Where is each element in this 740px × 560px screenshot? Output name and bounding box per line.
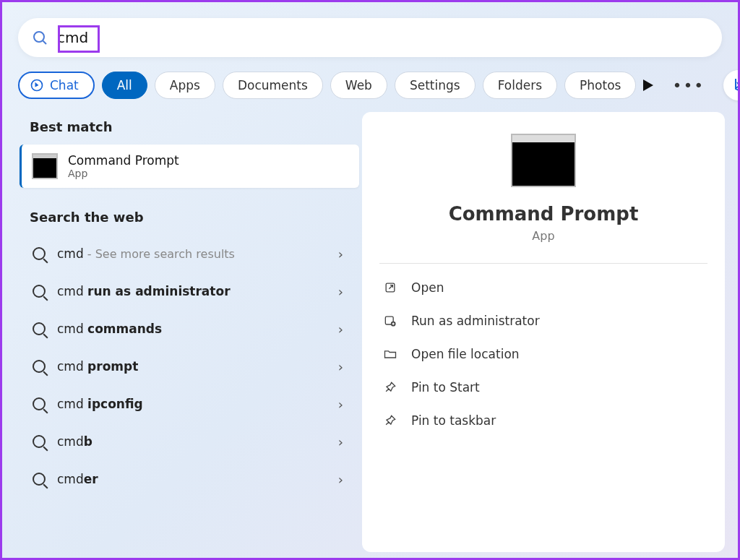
best-match-subtitle: App: [68, 168, 179, 179]
action-pin-to-start[interactable]: Pin to Start: [379, 371, 707, 404]
search-web-heading: Search the web: [20, 202, 359, 235]
best-match-item[interactable]: Command Prompt App: [20, 145, 359, 188]
web-result-item[interactable]: cmd ipconfig›: [20, 385, 359, 423]
action-list: OpenRun as administratorOpen file locati…: [379, 271, 707, 437]
action-label: Open file location: [411, 347, 520, 361]
folder-icon: [382, 346, 398, 362]
web-result-text: cmd ipconfig: [57, 397, 143, 411]
filter-documents[interactable]: Documents: [223, 72, 323, 99]
search-icon: [33, 285, 46, 298]
filter-all[interactable]: All: [102, 72, 147, 99]
chat-button[interactable]: Chat: [18, 72, 95, 99]
chevron-right-icon: ›: [338, 284, 343, 299]
chevron-right-icon: ›: [338, 434, 343, 449]
web-result-text: cmd run as administrator: [57, 284, 231, 298]
bing-icon[interactable]: [723, 70, 740, 100]
open-icon: [382, 280, 398, 296]
web-result-text: cmder: [57, 472, 98, 486]
svg-point-0: [34, 32, 44, 42]
chevron-right-icon: ›: [338, 359, 343, 374]
search-bar[interactable]: [18, 18, 722, 57]
chevron-right-icon: ›: [338, 397, 343, 412]
action-open[interactable]: Open: [379, 271, 707, 304]
app-large-icon: [511, 134, 576, 187]
search-icon: [33, 473, 46, 486]
divider: [379, 263, 707, 264]
chevron-right-icon: ›: [338, 472, 343, 487]
command-prompt-icon: [32, 153, 58, 179]
action-pin-to-taskbar[interactable]: Pin to taskbar: [379, 404, 707, 437]
detail-subtitle: App: [379, 229, 707, 243]
filter-photos[interactable]: Photos: [564, 72, 636, 99]
filter-settings[interactable]: Settings: [395, 72, 476, 99]
search-icon: [33, 435, 46, 448]
web-result-item[interactable]: cmder›: [20, 460, 359, 498]
search-icon: [33, 322, 46, 335]
web-result-text: cmdb: [57, 434, 92, 449]
action-label: Pin to Start: [411, 380, 480, 395]
best-match-title: Command Prompt: [68, 153, 179, 168]
web-result-text: cmd - See more search results: [57, 246, 235, 261]
filter-row: Chat All Apps Documents Web Settings Fol…: [2, 57, 738, 112]
web-result-text: cmd prompt: [57, 359, 138, 374]
filter-web[interactable]: Web: [330, 72, 387, 99]
action-label: Open: [411, 280, 444, 295]
search-icon: [31, 29, 48, 46]
search-icon: [33, 360, 46, 373]
bing-chat-icon: [30, 78, 44, 92]
chat-label: Chat: [50, 78, 79, 92]
filter-apps[interactable]: Apps: [155, 72, 215, 99]
chevron-right-icon: ›: [338, 246, 343, 262]
web-result-item[interactable]: cmdb›: [20, 423, 359, 460]
action-run-as-administrator[interactable]: Run as administrator: [379, 304, 707, 337]
detail-title: Command Prompt: [379, 203, 707, 225]
results-column: Best match Command Prompt App Search the…: [20, 112, 359, 552]
best-match-heading: Best match: [20, 112, 359, 145]
action-label: Run as administrator: [411, 314, 540, 328]
chevron-right-icon: ›: [338, 322, 343, 337]
pin-icon: [382, 379, 398, 395]
admin-icon: [382, 313, 398, 329]
web-result-item[interactable]: cmd - See more search results›: [20, 235, 359, 272]
search-icon: [33, 397, 46, 410]
filter-folders[interactable]: Folders: [483, 72, 557, 99]
pin-icon: [382, 413, 398, 428]
search-icon: [33, 247, 46, 260]
web-result-item[interactable]: cmd run as administrator›: [20, 272, 359, 310]
action-open-file-location[interactable]: Open file location: [379, 337, 707, 371]
svg-line-1: [43, 41, 47, 45]
detail-panel: Command Prompt App OpenRun as administra…: [362, 112, 725, 552]
overflow-menu-icon[interactable]: •••: [672, 77, 705, 95]
web-result-item[interactable]: cmd prompt›: [20, 348, 359, 385]
web-results-list: cmd - See more search results›cmd run as…: [20, 235, 359, 498]
more-filters-icon[interactable]: [643, 79, 653, 91]
action-label: Pin to taskbar: [411, 413, 496, 428]
web-result-item[interactable]: cmd commands›: [20, 310, 359, 348]
search-input[interactable]: [57, 29, 709, 46]
web-result-text: cmd commands: [57, 322, 162, 336]
